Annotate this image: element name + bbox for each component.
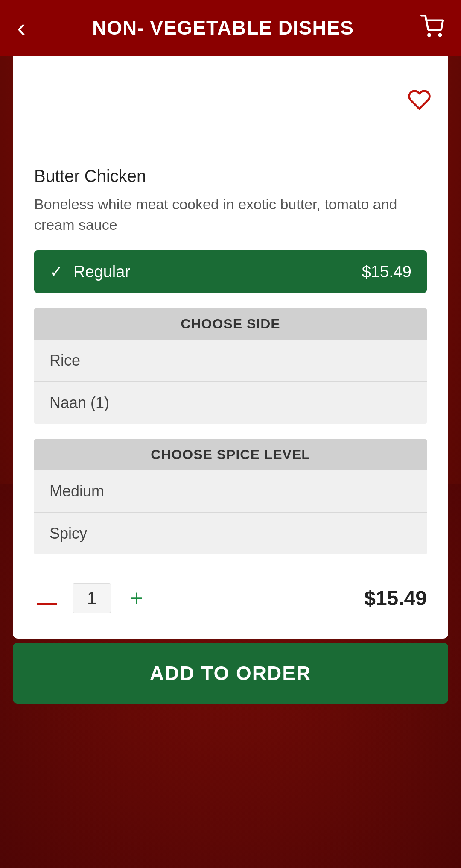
dish-name: Butter Chicken <box>34 167 427 186</box>
add-to-order-button[interactable]: ADD TO ORDER <box>13 643 448 704</box>
choose-side-header: CHOOSE SIDE <box>34 308 427 340</box>
size-option-regular[interactable]: ✓ Regular $15.49 <box>34 250 427 293</box>
main-card: Butter Chicken Boneless white meat cooke… <box>13 150 448 639</box>
page-title: NON- VEGETABLE DISHES <box>26 16 420 39</box>
svg-point-1 <box>439 34 441 36</box>
image-area <box>13 56 448 150</box>
spice-option-spicy[interactable]: Spicy <box>34 513 427 554</box>
total-price: $15.49 <box>364 586 427 610</box>
choose-spice-header: CHOOSE SPICE LEVEL <box>34 439 427 470</box>
size-label: Regular <box>73 263 130 281</box>
side-option-naan[interactable]: Naan (1) <box>34 382 427 424</box>
checkmark-icon: ✓ <box>50 262 63 281</box>
svg-rect-2 <box>37 603 57 605</box>
cart-icon[interactable] <box>420 15 444 41</box>
quantity-row: 1 + $15.49 <box>34 570 427 617</box>
quantity-increase-button[interactable]: + <box>124 587 149 609</box>
size-price: $15.49 <box>362 263 411 281</box>
header: ‹ NON- VEGETABLE DISHES <box>0 0 461 56</box>
quantity-value: 1 <box>73 583 111 613</box>
favorite-icon[interactable] <box>408 88 431 117</box>
back-button[interactable]: ‹ <box>17 15 26 41</box>
quantity-decrease-button[interactable] <box>34 587 60 609</box>
side-option-rice[interactable]: Rice <box>34 340 427 382</box>
side-options-list: Rice Naan (1) <box>34 340 427 424</box>
spice-options-list: Medium Spicy <box>34 470 427 554</box>
spice-option-medium[interactable]: Medium <box>34 470 427 513</box>
quantity-controls: 1 + <box>34 583 149 613</box>
dish-description: Boneless white meat cooked in exotic but… <box>34 194 427 235</box>
svg-point-0 <box>428 34 430 36</box>
